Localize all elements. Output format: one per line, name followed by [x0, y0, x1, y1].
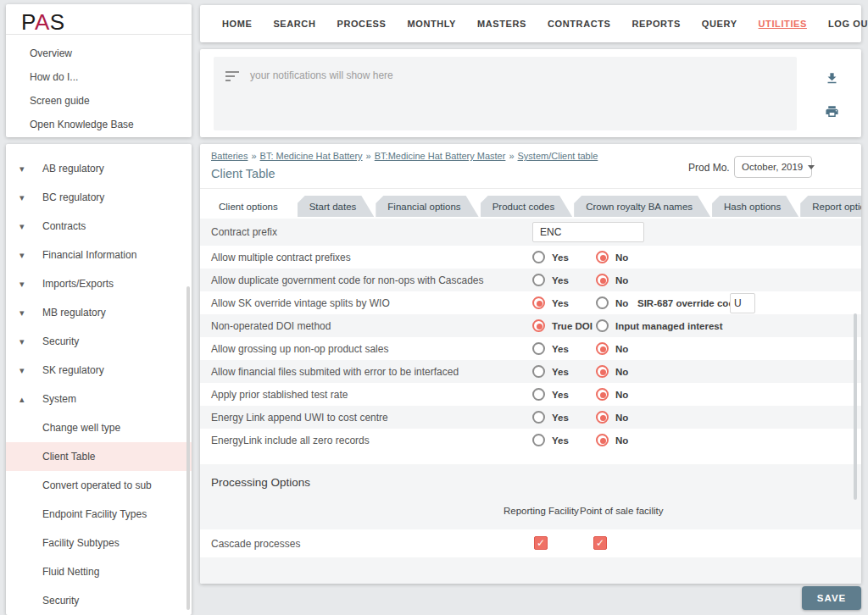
tab-crown-royalty-ba-names[interactable]: Crown royalty BA names — [574, 196, 710, 217]
radio-no[interactable] — [596, 434, 609, 446]
radio-yes[interactable] — [532, 251, 545, 263]
radio-true-doi[interactable] — [532, 319, 545, 332]
tree-item-sk-regulatory[interactable]: ▾SK regulatory — [6, 356, 192, 385]
tab-start-dates[interactable]: Start dates — [298, 196, 375, 217]
row-label: Allow SK override vintage splits by WIO — [211, 297, 390, 309]
radio-no[interactable] — [596, 365, 609, 378]
nav-home[interactable]: HOME — [222, 19, 252, 29]
radio-label: Yes — [552, 367, 569, 377]
tree-item-fluid-netting[interactable]: Fluid Netting — [6, 557, 192, 586]
notifications-panel: your notifications will show here — [200, 49, 861, 137]
sidebar-scrollbar[interactable] — [186, 286, 190, 610]
sidebar-link-screen-guide[interactable]: Screen guide — [30, 89, 192, 113]
download-icon[interactable] — [825, 71, 839, 86]
radio-yes[interactable] — [532, 411, 545, 424]
radio-label: No — [615, 252, 628, 263]
radio-no[interactable] — [596, 342, 609, 355]
chevron-down-icon[interactable]: ▾ — [19, 336, 25, 347]
form-rows: Contract prefix Allow multiple contract … — [200, 219, 861, 452]
chevron-down-icon[interactable]: ▾ — [19, 279, 25, 290]
radio-input-managed-interest[interactable] — [596, 319, 609, 332]
sidebar-link-overview[interactable]: Overview — [30, 42, 192, 65]
tree-item-financial-information[interactable]: ▾Financial Information — [6, 241, 192, 269]
tree-item-security-child[interactable]: Security — [6, 586, 192, 615]
radio-label: Yes — [552, 344, 569, 354]
breadcrumb-battery-master[interactable]: BT:Medicine Hat Battery Master — [375, 151, 506, 161]
tree-item-system[interactable]: ▴System — [6, 385, 192, 413]
chevron-down-icon[interactable]: ▾ — [19, 365, 25, 376]
contract-prefix-input[interactable] — [532, 222, 644, 242]
row-label: Allow financial files submited with erro… — [211, 366, 459, 378]
print-icon[interactable] — [825, 104, 839, 119]
radio-label: Yes — [552, 435, 569, 446]
chevron-down-icon — [808, 165, 815, 169]
radio-label: Yes — [552, 298, 569, 308]
nav-masters[interactable]: MASTERS — [477, 19, 526, 29]
radio-yes[interactable] — [532, 434, 545, 446]
breadcrumb-system-client-table[interactable]: System/Client table — [518, 151, 598, 161]
tree-item-bc-regulatory[interactable]: ▾BC regulatory — [6, 183, 192, 212]
sidebar-link-how-do-i[interactable]: How do I... — [30, 65, 192, 89]
sir-687-override-code-label: SIR-687 override code — [637, 298, 740, 308]
radio-label: No — [615, 435, 628, 446]
tab-report-options[interactable]: Report options — [800, 196, 861, 217]
tree-item-mb-regulatory[interactable]: ▾MB regulatory — [6, 298, 192, 327]
radio-yes[interactable] — [532, 365, 545, 378]
radio-yes[interactable] — [532, 296, 545, 309]
tree-item-facility-subtypes[interactable]: Facility Subtypes — [6, 529, 192, 557]
breadcrumb-battery[interactable]: BT: Medicine Hat Battery — [260, 151, 363, 161]
form-row-multiple-contract-prefixes: Allow multiple contract prefixes Yes No — [200, 246, 861, 269]
radio-yes[interactable] — [532, 388, 545, 401]
tree-item-endpoint-facility-types[interactable]: Endpoint Facility Types — [6, 500, 192, 529]
radio-no[interactable] — [596, 296, 609, 309]
nav-monthly[interactable]: MONTHLY — [407, 19, 456, 29]
breadcrumb-separator: » — [366, 151, 371, 161]
chevron-up-icon[interactable]: ▴ — [19, 394, 25, 405]
nav-logout[interactable]: LOG OUT — [828, 19, 868, 29]
chevron-down-icon[interactable]: ▾ — [19, 192, 25, 203]
nav-process[interactable]: PROCESS — [337, 19, 386, 29]
radio-no[interactable] — [596, 251, 609, 263]
checkbox-point-of-sale-facility[interactable] — [593, 536, 607, 550]
checkbox-reporting-facility[interactable] — [534, 536, 548, 550]
sir-687-override-code-input[interactable] — [730, 293, 755, 313]
nav-utilities[interactable]: UTILITIES — [759, 19, 807, 29]
tab-financial-options[interactable]: Financial options — [376, 196, 478, 217]
tree-item-imports-exports[interactable]: ▾Imports/Exports — [6, 269, 192, 298]
radio-label: Yes — [552, 252, 569, 263]
tree-item-client-table[interactable]: Client Table — [6, 442, 192, 471]
save-button[interactable]: SAVE — [802, 586, 861, 610]
nav-contracts[interactable]: CONTRACTS — [548, 19, 610, 29]
nav-query[interactable]: QUERY — [702, 19, 737, 29]
radio-no[interactable] — [596, 411, 609, 424]
tree-item-change-well-type[interactable]: Change well type — [6, 413, 192, 442]
radio-no[interactable] — [596, 274, 609, 286]
form-row-duplicate-government-code: Allow duplicate government code for non-… — [200, 269, 861, 291]
radio-yes[interactable] — [532, 274, 545, 286]
tree-item-contracts[interactable]: ▾Contracts — [6, 212, 192, 241]
breadcrumb-batteries[interactable]: Batteries — [211, 151, 248, 161]
nav-search[interactable]: SEARCH — [273, 19, 315, 29]
chevron-down-icon[interactable]: ▾ — [19, 308, 25, 319]
form-row-energy-link-append-uwi: Energy Link append UWI to cost centre Ye… — [200, 406, 861, 429]
chevron-down-icon[interactable]: ▾ — [19, 221, 25, 232]
tab-product-codes[interactable]: Product codes — [481, 196, 573, 217]
sidebar-link-knowledge-base[interactable]: Open Knowledge Base — [30, 113, 192, 136]
chevron-down-icon[interactable]: ▾ — [19, 163, 25, 175]
radio-label: Yes — [552, 275, 569, 285]
nav-reports[interactable]: REPORTS — [632, 19, 680, 29]
radio-no[interactable] — [596, 388, 609, 401]
main-scrollbar[interactable] — [854, 313, 857, 500]
radio-yes[interactable] — [532, 342, 545, 355]
prod-mo-select[interactable]: October, 2019 — [734, 156, 812, 178]
chevron-down-icon[interactable]: ▾ — [19, 250, 25, 261]
tab-client-options[interactable]: Client options — [207, 196, 296, 217]
tab-hash-options[interactable]: Hash options — [712, 196, 798, 217]
top-navbar: HOME SEARCH PROCESS MONTHLY MASTERS CONT… — [200, 5, 861, 42]
form-row-grossing-up-non-op-sales: Allow grossing up non-op product sales Y… — [200, 337, 861, 360]
radio-label: Yes — [552, 390, 569, 400]
tree-item-ab-regulatory[interactable]: ▾AB regulatory — [6, 154, 192, 183]
radio-label: No — [615, 413, 628, 423]
tree-item-convert-operated-to-sub[interactable]: Convert operated to sub — [6, 471, 192, 500]
tree-item-security[interactable]: ▾Security — [6, 327, 192, 356]
